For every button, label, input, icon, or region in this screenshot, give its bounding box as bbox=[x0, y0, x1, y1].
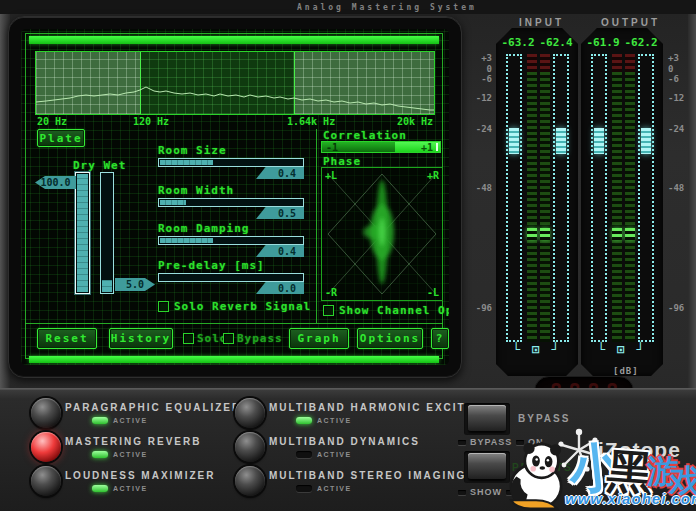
bypass-indicator-led bbox=[458, 440, 466, 445]
show-channel-ops-label: Show Channel Ops. bbox=[339, 304, 449, 317]
dry-slider[interactable] bbox=[75, 172, 90, 294]
solo-reverb-label: Solo Reverb Signal bbox=[174, 300, 311, 313]
room-width-label: Room Width bbox=[158, 184, 234, 197]
input-right-meter-track bbox=[553, 54, 569, 342]
module-button-loudness-maximizer[interactable] bbox=[31, 466, 61, 496]
bypass-checkbox-label: Bypass bbox=[237, 332, 283, 345]
output-right-value: -62.2 bbox=[623, 36, 659, 49]
module-label: MULTIBAND STEREO IMAGING bbox=[269, 470, 466, 481]
reset-button[interactable]: Reset bbox=[37, 328, 97, 349]
screen-bezel: 20 Hz 120 Hz 1.64k Hz 20k Hz Plate Dry W… bbox=[8, 16, 462, 378]
bypass-key-label: BYPASS bbox=[518, 413, 570, 424]
active-label: ACTIVE bbox=[317, 417, 352, 424]
window-title: Analog Mastering System bbox=[297, 3, 477, 12]
graph-button[interactable]: Graph bbox=[289, 328, 349, 349]
ozone-mastering-window: Analog Mastering System 20 Hz 120 Hz 1.6… bbox=[0, 0, 696, 511]
scale-tick: -6 bbox=[481, 74, 492, 84]
output-meter-panel: -61.9 -62.2 └ ⊡ ┘ bbox=[581, 28, 663, 376]
history-button[interactable]: History bbox=[109, 328, 173, 349]
dry-wet-label: Dry Wet bbox=[73, 159, 126, 172]
room-size-label: Room Size bbox=[158, 144, 227, 157]
peak-indicator bbox=[641, 128, 651, 154]
db-unit-label: [dB] bbox=[613, 366, 639, 376]
output-left-meter-track bbox=[591, 54, 607, 342]
freq-label-120hz: 120 Hz bbox=[133, 116, 169, 127]
module-button-multiband-dynamics[interactable] bbox=[235, 432, 265, 462]
active-label: ACTIVE bbox=[113, 451, 148, 458]
scale-tick: -48 bbox=[476, 183, 492, 193]
solo-reverb-checkbox[interactable] bbox=[158, 301, 169, 312]
izotope-logo-mark: O3™ bbox=[650, 463, 671, 473]
room-width-slider[interactable] bbox=[158, 198, 304, 207]
room-size-fill bbox=[160, 160, 213, 165]
bottom-green-bar bbox=[29, 356, 439, 363]
scale-tick: -6 bbox=[668, 74, 679, 84]
input-meter-label: INPUT bbox=[519, 17, 564, 28]
phase-corner-tr: +R bbox=[427, 170, 439, 181]
spectrum-curve bbox=[36, 52, 434, 114]
module-label: MULTIBAND HARMONIC EXCITER bbox=[269, 402, 484, 413]
module-panel: PARAGRAPHIC EQUALIZER ACTIVE MASTERING R… bbox=[0, 388, 696, 511]
scale-tick: 0 bbox=[487, 64, 492, 74]
meter-scale-left: +3 0 -6 -12 -24 -48 -96 bbox=[464, 0, 492, 380]
input-left-meter-track bbox=[506, 54, 522, 342]
pre-delay-label: Pre-delay [ms] bbox=[158, 259, 265, 272]
active-led bbox=[296, 417, 312, 424]
room-size-slider[interactable] bbox=[158, 158, 304, 167]
correlation-meter: -1 +1 bbox=[321, 141, 441, 153]
input-meter-panel: -63.2 -62.4 └ ⊡ ┘ bbox=[496, 28, 578, 376]
spectrum-analyzer[interactable] bbox=[35, 51, 435, 115]
help-button[interactable]: ? bbox=[431, 328, 449, 349]
pre-delay-slider[interactable] bbox=[158, 273, 304, 282]
module-label: MULTIBAND DYNAMICS bbox=[269, 436, 420, 447]
module-label: PARAGRAPHIC EQUALIZER bbox=[65, 402, 241, 413]
izotope-star-logo-icon bbox=[556, 427, 602, 473]
input-channel-link-icons[interactable]: └ ⊡ ┘ bbox=[496, 342, 578, 357]
wet-slider[interactable] bbox=[100, 172, 114, 294]
solo-checkbox[interactable] bbox=[183, 333, 194, 344]
on-indicator-led bbox=[516, 440, 524, 445]
module-button-mastering-reverb[interactable] bbox=[31, 432, 61, 462]
correlation-marker bbox=[436, 143, 438, 151]
output-left-segments bbox=[612, 54, 622, 342]
panel-divider-vertical bbox=[316, 129, 317, 323]
bypass-checkbox[interactable] bbox=[223, 333, 234, 344]
bypass-indicator-label: BYPASS bbox=[470, 437, 512, 447]
module-button-multiband-stereo-imaging[interactable] bbox=[235, 466, 265, 496]
module-button-paragraphic-equalizer[interactable] bbox=[31, 398, 61, 428]
presets-key[interactable] bbox=[468, 453, 506, 479]
on-indicator-label: ON bbox=[528, 437, 544, 447]
title-strip: Analog Mastering System bbox=[0, 0, 696, 14]
scale-tick: -12 bbox=[476, 93, 492, 103]
show-channel-ops-checkbox[interactable] bbox=[323, 305, 334, 316]
freq-label-20khz: 20k Hz bbox=[397, 116, 433, 127]
room-width-fill bbox=[160, 200, 186, 205]
reverb-preset-button[interactable]: Plate bbox=[37, 129, 85, 147]
active-label: ACTIVE bbox=[113, 417, 148, 424]
room-damping-slider[interactable] bbox=[158, 236, 304, 245]
show-indicator-led-2 bbox=[506, 490, 514, 495]
active-label: ACTIVE bbox=[317, 485, 352, 492]
bypass-key[interactable] bbox=[468, 405, 506, 431]
scale-tick: -24 bbox=[476, 124, 492, 134]
options-button[interactable]: Options bbox=[357, 328, 423, 349]
izotope-logo-text: iZotope bbox=[598, 438, 681, 462]
lcd-screen: 20 Hz 120 Hz 1.64k Hz 20k Hz Plate Dry W… bbox=[21, 29, 449, 365]
phase-scope-graphic bbox=[322, 168, 442, 300]
show-indicator-label: SHOW bbox=[470, 487, 502, 497]
module-button-multiband-harmonic-exciter[interactable] bbox=[235, 398, 265, 428]
active-led bbox=[92, 417, 108, 424]
output-channel-link-icons[interactable]: └ ⊡ ┘ bbox=[581, 342, 663, 357]
active-label: ACTIVE bbox=[317, 451, 352, 458]
peak-indicator bbox=[509, 128, 519, 154]
room-damping-fill bbox=[160, 238, 213, 243]
correlation-min-label: -1 bbox=[326, 142, 338, 153]
peak-indicator bbox=[556, 128, 566, 154]
output-left-value: -61.9 bbox=[585, 36, 621, 49]
scale-tick: -96 bbox=[668, 303, 684, 313]
meter-scale-right: +3 0 -6 -12 -24 -48 -96 bbox=[666, 0, 694, 380]
show-indicator-led bbox=[458, 490, 466, 495]
peak-indicator bbox=[594, 128, 604, 154]
phase-corner-bl: -R bbox=[325, 287, 337, 298]
wet-slider-fill bbox=[102, 280, 112, 292]
